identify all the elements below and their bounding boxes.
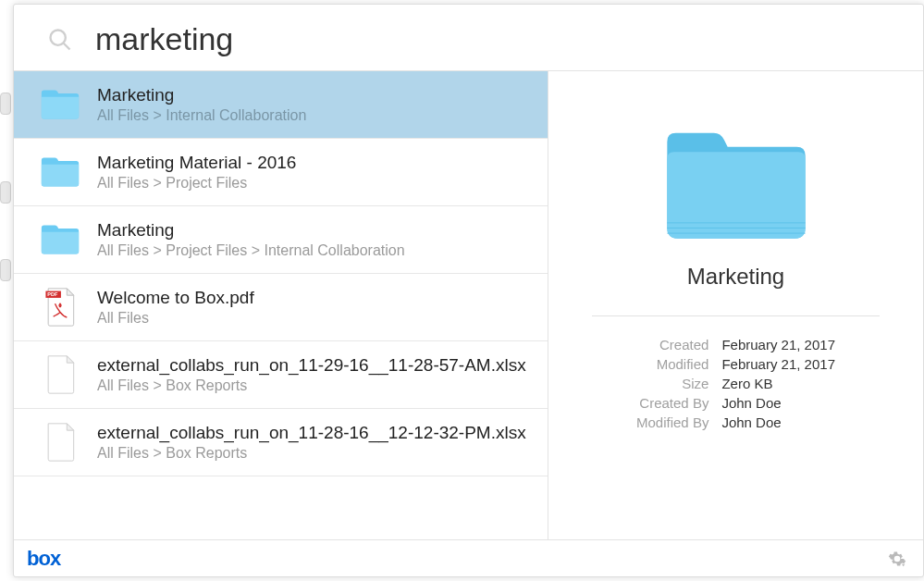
meta-label-modifiedby: Modified By bbox=[636, 414, 708, 430]
result-item-welcome-pdf[interactable]: PDF Welcome to Box.pdf All Files bbox=[14, 274, 548, 341]
search-input[interactable] bbox=[95, 21, 905, 57]
result-title: external_collabs_run_on_11-28-16__12-12-… bbox=[97, 423, 531, 443]
background-window-hint bbox=[0, 93, 11, 115]
result-title: Welcome to Box.pdf bbox=[97, 288, 531, 308]
detail-panel: Marketing Created February 21, 2017 Modi… bbox=[548, 71, 923, 539]
search-window: Marketing All Files > Internal Collabora… bbox=[13, 4, 924, 577]
folder-icon bbox=[40, 219, 80, 260]
result-text: Marketing All Files > Internal Collabora… bbox=[97, 85, 531, 124]
meta-label-size: Size bbox=[636, 376, 708, 391]
file-icon bbox=[40, 422, 80, 463]
result-text: Marketing All Files > Project Files > In… bbox=[97, 220, 531, 259]
result-item-marketing-2[interactable]: Marketing All Files > Project Files > In… bbox=[14, 206, 548, 274]
pdf-icon: PDF bbox=[40, 287, 80, 328]
box-logo: box bbox=[27, 547, 60, 571]
svg-point-0 bbox=[51, 30, 66, 44]
result-item-marketing[interactable]: Marketing All Files > Internal Collabora… bbox=[14, 71, 548, 139]
meta-value-created: February 21, 2017 bbox=[721, 337, 835, 352]
file-icon bbox=[40, 354, 80, 395]
svg-line-1 bbox=[64, 43, 70, 49]
result-text: external_collabs_run_on_11-29-16__11-28-… bbox=[97, 355, 531, 394]
result-item-xlsx-2[interactable]: external_collabs_run_on_11-28-16__12-12-… bbox=[14, 409, 548, 476]
folder-icon bbox=[40, 152, 80, 192]
result-path: All Files > Box Reports bbox=[97, 377, 531, 394]
meta-value-createdby: John Doe bbox=[721, 395, 835, 411]
search-icon bbox=[47, 27, 73, 53]
result-item-xlsx-1[interactable]: external_collabs_run_on_11-29-16__11-28-… bbox=[14, 341, 548, 409]
main-area: Marketing All Files > Internal Collabora… bbox=[14, 71, 923, 539]
detail-title: Marketing bbox=[687, 264, 784, 290]
result-text: external_collabs_run_on_11-28-16__12-12-… bbox=[97, 423, 531, 462]
background-window-hint bbox=[0, 181, 11, 204]
result-item-marketing-material[interactable]: Marketing Material - 2016 All Files > Pr… bbox=[14, 139, 548, 206]
result-path: All Files > Box Reports bbox=[97, 445, 531, 462]
meta-label-created: Created bbox=[636, 337, 708, 352]
folder-icon bbox=[658, 117, 815, 247]
meta-value-size: Zero KB bbox=[721, 376, 835, 391]
search-bar bbox=[14, 5, 923, 71]
result-title: Marketing Material - 2016 bbox=[97, 153, 531, 173]
meta-value-modified: February 21, 2017 bbox=[721, 356, 835, 372]
meta-label-modified: Modified bbox=[636, 356, 708, 372]
footer: box bbox=[14, 539, 923, 576]
result-path: All Files > Project Files > Internal Col… bbox=[97, 242, 531, 259]
result-path: All Files bbox=[97, 310, 531, 327]
result-title: external_collabs_run_on_11-29-16__11-28-… bbox=[97, 355, 531, 376]
svg-text:PDF: PDF bbox=[47, 291, 58, 297]
result-title: Marketing bbox=[97, 220, 531, 241]
meta-label-createdby: Created By bbox=[636, 395, 708, 411]
result-title: Marketing bbox=[97, 85, 531, 105]
result-text: Marketing Material - 2016 All Files > Pr… bbox=[97, 153, 531, 192]
detail-metadata: Created February 21, 2017 Modified Febru… bbox=[636, 337, 835, 430]
meta-value-modifiedby: John Doe bbox=[721, 414, 835, 430]
folder-icon bbox=[40, 84, 80, 125]
results-list[interactable]: Marketing All Files > Internal Collabora… bbox=[14, 71, 548, 539]
detail-divider bbox=[592, 315, 880, 316]
background-window-hint bbox=[0, 259, 11, 281]
result-text: Welcome to Box.pdf All Files bbox=[97, 288, 531, 327]
svg-marker-7 bbox=[902, 563, 905, 566]
result-path: All Files > Project Files bbox=[97, 175, 531, 192]
result-path: All Files > Internal Collaboration bbox=[97, 107, 531, 124]
gear-icon[interactable] bbox=[888, 550, 906, 568]
